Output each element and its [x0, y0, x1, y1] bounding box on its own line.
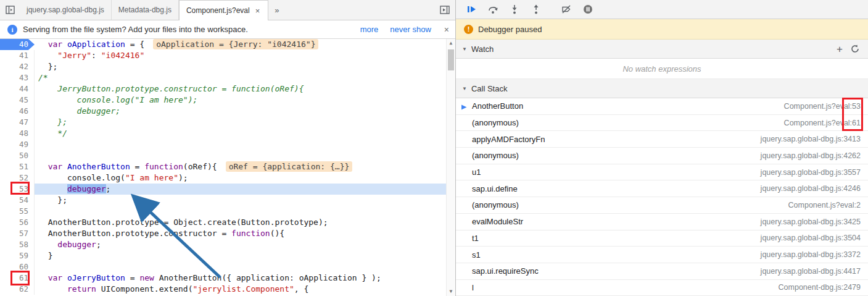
infobar-close-icon[interactable]: ×: [444, 25, 449, 35]
frame-location: Component-dbg.js:2479: [779, 283, 861, 292]
frame-location: jquery.sap.global-dbg.js:4417: [761, 267, 861, 276]
step-into-icon[interactable]: [509, 4, 520, 15]
line-number[interactable]: 46: [0, 106, 35, 117]
code-text[interactable]: console.log("I am here");: [35, 172, 455, 184]
watch-section-header[interactable]: ▼ Watch +: [456, 40, 868, 59]
resume-icon[interactable]: [466, 4, 477, 15]
call-stack-frame[interactable]: t1jquery.sap.global-dbg.js:3504: [456, 230, 868, 247]
code-text[interactable]: JerryButton.prototype.constructor = func…: [35, 83, 455, 95]
code-text[interactable]: [35, 150, 455, 161]
call-stack-frame[interactable]: sap.ui.requireSyncjquery.sap.global-dbg.…: [456, 263, 868, 280]
debugger-sidebar: ! Debugger paused ▼ Watch + No watch exp…: [456, 0, 868, 296]
code-text[interactable]: [35, 261, 455, 273]
line-number[interactable]: 61: [0, 273, 35, 284]
frame-location: jquery.sap.global-dbg.js:3504: [761, 234, 861, 242]
line-number[interactable]: 42: [0, 61, 35, 72]
code-text[interactable]: "Jerry": "i042416": [35, 50, 455, 61]
line-number[interactable]: 52: [0, 172, 35, 184]
code-text[interactable]: var AnotherButton = function(oRef){oRef …: [35, 161, 455, 172]
code-text[interactable]: return UIComponent.extend("jerrylist.Com…: [35, 284, 455, 295]
line-number[interactable]: 43: [0, 72, 35, 83]
call-stack-frame[interactable]: (anonymous)jquery.sap.global-dbg.js:4262: [456, 148, 868, 164]
step-over-icon[interactable]: [487, 4, 498, 15]
line-number[interactable]: 54: [0, 195, 35, 206]
line-number-breakpoint[interactable]: 40: [0, 39, 35, 50]
panel-toggle-icon[interactable]: [434, 0, 455, 20]
code-text[interactable]: }: [35, 250, 455, 261]
line-number[interactable]: 48: [0, 128, 35, 139]
frame-function-name: sap.ui.requireSync: [472, 266, 761, 276]
code-text[interactable]: };: [35, 61, 455, 72]
line-number[interactable]: 51: [0, 161, 35, 172]
more-tabs-chevron-icon[interactable]: »: [268, 0, 286, 20]
scroll-down-icon[interactable]: ▼: [447, 287, 455, 296]
line-number[interactable]: 56: [0, 217, 35, 228]
line-number[interactable]: 55: [0, 206, 35, 217]
deactivate-breakpoints-icon[interactable]: [561, 4, 572, 15]
call-stack-frame[interactable]: (anonymous)Component.js?eval:61: [456, 115, 868, 132]
code-text[interactable]: var oJerryButton = new AnotherButton({ a…: [35, 273, 455, 284]
infobar-never-show-link[interactable]: never show: [390, 25, 431, 34]
code-text[interactable]: var oApplication = {oApplication = {Jerr…: [35, 39, 455, 50]
debugger-toolbar: [456, 0, 868, 19]
line-number[interactable]: 57: [0, 228, 35, 239]
code-text[interactable]: AnotherButton.prototype = Object.create(…: [35, 217, 455, 228]
frame-function-name: AnotherButton: [472, 101, 784, 111]
code-text[interactable]: /*: [35, 72, 455, 83]
paused-label: Debugger paused: [478, 25, 542, 34]
infobar-more-link[interactable]: more: [360, 25, 379, 34]
line-number[interactable]: 53: [0, 184, 35, 195]
tab-jquery-sap-global-dbg[interactable]: jquery.sap.global-dbg.js: [20, 0, 112, 20]
code-line: 60: [0, 261, 455, 273]
code-text[interactable]: };: [35, 117, 455, 128]
call-stack-frame[interactable]: applyAMDFactoryFnjquery.sap.global-dbg.j…: [456, 131, 868, 148]
frame-function-name: t1: [472, 234, 761, 243]
call-stack-frame[interactable]: sap.ui.definejquery.sap.global-dbg.js:42…: [456, 180, 868, 197]
frame-function-name: evalModuleStr: [472, 217, 761, 226]
frame-location: Component.js?eval:53: [784, 102, 861, 111]
code-text[interactable]: debugger;: [35, 106, 455, 117]
line-number[interactable]: 45: [0, 95, 35, 106]
line-number[interactable]: 59: [0, 250, 35, 261]
call-stack-frame[interactable]: evalModuleStrjquery.sap.global-dbg.js:34…: [456, 214, 868, 230]
line-number[interactable]: 60: [0, 261, 35, 273]
line-number[interactable]: 47: [0, 117, 35, 128]
refresh-watch-icon[interactable]: [849, 43, 861, 54]
code-text[interactable]: [35, 206, 455, 217]
tab-component-js-eval[interactable]: Component.js?eval ×: [179, 0, 268, 20]
line-number[interactable]: 44: [0, 83, 35, 95]
code-editor[interactable]: 40 var oApplication = {oApplication = {J…: [0, 39, 455, 296]
tab-metadata-dbg[interactable]: Metadata-dbg.js: [112, 0, 179, 20]
editor-scrollbar[interactable]: ▲ ▼: [446, 39, 455, 296]
pause-on-exceptions-icon[interactable]: [582, 4, 593, 15]
line-number[interactable]: 58: [0, 239, 35, 250]
line-number[interactable]: 49: [0, 139, 35, 150]
call-stack-frame[interactable]: lComponent-dbg.js:2479: [456, 280, 868, 296]
workspace-infobar: i Serving from the file system? Add your…: [0, 20, 455, 39]
code-text[interactable]: };: [35, 195, 455, 206]
line-number[interactable]: 41: [0, 50, 35, 61]
scrollbar-thumb[interactable]: [448, 49, 454, 70]
tab-strip: jquery.sap.global-dbg.js Metadata-dbg.js…: [0, 0, 455, 20]
call-stack-section-header[interactable]: ▼ Call Stack: [456, 79, 868, 98]
code-text[interactable]: AnotherButton.prototype.constructor = fu…: [35, 228, 455, 239]
call-stack-frame[interactable]: (anonymous)Component.js?eval:2: [456, 197, 868, 214]
scroll-up-icon[interactable]: ▲: [447, 39, 455, 48]
code-text[interactable]: [35, 139, 455, 150]
editor-pane: jquery.sap.global-dbg.js Metadata-dbg.js…: [0, 0, 456, 296]
code-text[interactable]: debugger;: [35, 239, 455, 250]
navigator-toggle-icon[interactable]: [0, 0, 20, 20]
call-stack-frame[interactable]: u1jquery.sap.global-dbg.js:3557: [456, 164, 868, 181]
code-text[interactable]: debugger;: [35, 184, 455, 195]
code-text[interactable]: */: [35, 128, 455, 139]
close-tab-icon[interactable]: ×: [254, 6, 262, 15]
code-text[interactable]: console.log("I am here");: [35, 95, 455, 106]
line-number[interactable]: 62: [0, 284, 35, 295]
call-stack-frame-current[interactable]: AnotherButtonComponent.js?eval:53: [456, 98, 868, 115]
add-watch-icon[interactable]: +: [834, 43, 845, 54]
call-stack-frame[interactable]: s1jquery.sap.global-dbg.js:3372: [456, 247, 868, 263]
frame-function-name: applyAMDFactoryFn: [472, 135, 761, 144]
step-out-icon[interactable]: [531, 4, 542, 15]
line-number[interactable]: 50: [0, 150, 35, 161]
inline-eval-hint: oRef = {application: {…}}: [226, 161, 353, 172]
